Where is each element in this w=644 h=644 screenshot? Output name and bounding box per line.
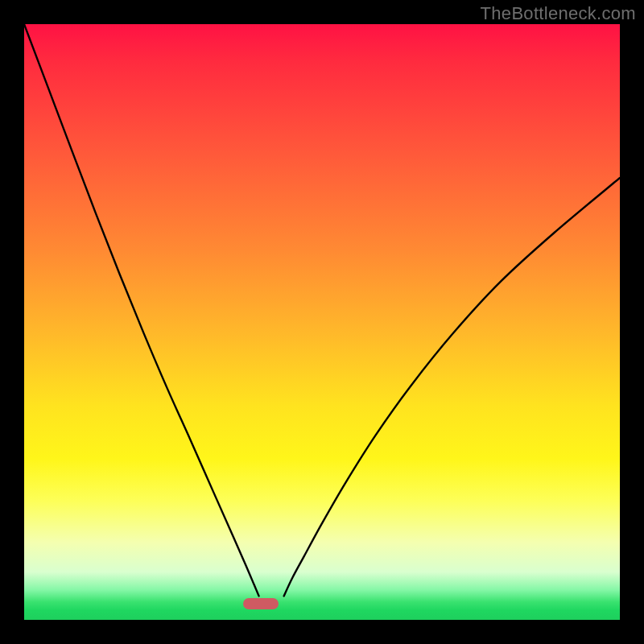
gradient-plot-area: [24, 24, 620, 620]
curve-layer: [24, 24, 620, 620]
left-curve: [24, 24, 259, 596]
right-curve: [284, 178, 620, 596]
watermark-text: TheBottleneck.com: [481, 3, 636, 24]
chart-frame: TheBottleneck.com: [0, 0, 644, 644]
bottleneck-marker: [243, 598, 279, 609]
